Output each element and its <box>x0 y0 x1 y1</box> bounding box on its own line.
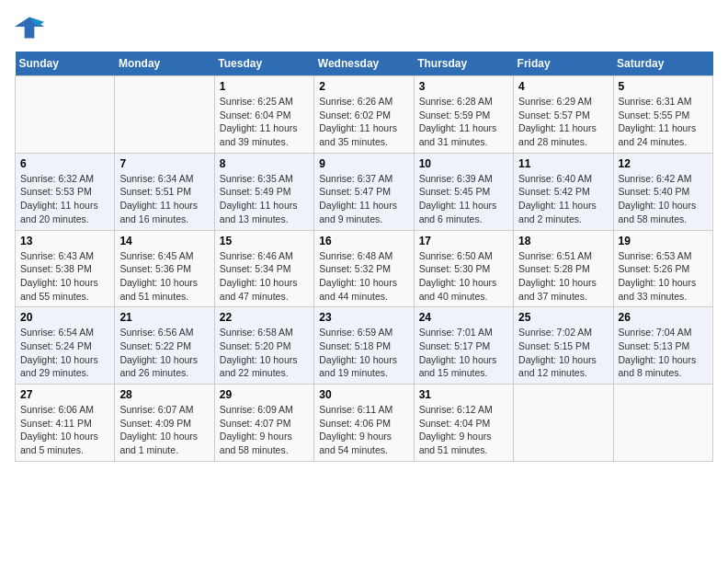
weekday-header-tuesday: Tuesday <box>214 52 313 76</box>
calendar-cell: 8Sunrise: 6:35 AM Sunset: 5:49 PM Daylig… <box>214 153 313 230</box>
weekday-header-wednesday: Wednesday <box>314 52 414 76</box>
day-info: Sunrise: 6:42 AM Sunset: 5:40 PM Dayligh… <box>619 172 708 226</box>
calendar-cell: 18Sunrise: 6:51 AM Sunset: 5:28 PM Dayli… <box>514 230 613 307</box>
day-info: Sunrise: 7:01 AM Sunset: 5:17 PM Dayligh… <box>419 326 508 380</box>
day-number: 10 <box>419 157 508 170</box>
calendar-cell: 21Sunrise: 6:56 AM Sunset: 5:22 PM Dayli… <box>115 307 214 385</box>
weekday-header-thursday: Thursday <box>414 52 513 76</box>
calendar-cell: 30Sunrise: 6:11 AM Sunset: 4:06 PM Dayli… <box>314 385 414 462</box>
calendar-week-2: 6Sunrise: 6:32 AM Sunset: 5:53 PM Daylig… <box>16 153 713 230</box>
day-info: Sunrise: 6:26 AM Sunset: 6:02 PM Dayligh… <box>319 95 408 149</box>
calendar-cell: 28Sunrise: 6:07 AM Sunset: 4:09 PM Dayli… <box>115 385 214 462</box>
day-info: Sunrise: 7:02 AM Sunset: 5:15 PM Dayligh… <box>518 326 608 380</box>
weekday-header-monday: Monday <box>115 52 214 76</box>
logo-icon <box>15 15 44 40</box>
svg-marker-0 <box>15 17 44 38</box>
calendar-cell: 17Sunrise: 6:50 AM Sunset: 5:30 PM Dayli… <box>414 230 513 307</box>
day-info: Sunrise: 6:50 AM Sunset: 5:30 PM Dayligh… <box>419 249 508 304</box>
calendar-cell: 20Sunrise: 6:54 AM Sunset: 5:24 PM Dayli… <box>16 307 115 385</box>
day-number: 7 <box>119 157 209 170</box>
calendar-cell: 16Sunrise: 6:48 AM Sunset: 5:32 PM Dayli… <box>314 230 414 307</box>
calendar-cell: 29Sunrise: 6:09 AM Sunset: 4:07 PM Dayli… <box>214 385 313 462</box>
weekday-header-friday: Friday <box>514 52 613 76</box>
calendar-cell: 13Sunrise: 6:43 AM Sunset: 5:38 PM Dayli… <box>16 230 115 307</box>
day-info: Sunrise: 6:31 AM Sunset: 5:55 PM Dayligh… <box>619 95 708 149</box>
day-info: Sunrise: 6:09 AM Sunset: 4:07 PM Dayligh… <box>220 403 309 457</box>
calendar-cell <box>16 76 115 154</box>
day-number: 17 <box>419 235 508 247</box>
calendar-cell: 26Sunrise: 7:04 AM Sunset: 5:13 PM Dayli… <box>613 307 712 385</box>
day-number: 5 <box>619 80 708 93</box>
day-info: Sunrise: 6:46 AM Sunset: 5:34 PM Dayligh… <box>220 249 309 304</box>
calendar-cell: 19Sunrise: 6:53 AM Sunset: 5:26 PM Dayli… <box>613 230 712 307</box>
day-info: Sunrise: 6:54 AM Sunset: 5:24 PM Dayligh… <box>20 326 109 380</box>
day-info: Sunrise: 6:06 AM Sunset: 4:11 PM Dayligh… <box>20 403 109 457</box>
calendar-cell <box>613 385 712 462</box>
day-info: Sunrise: 6:28 AM Sunset: 5:59 PM Dayligh… <box>419 95 508 149</box>
calendar-cell: 6Sunrise: 6:32 AM Sunset: 5:53 PM Daylig… <box>16 153 115 230</box>
calendar-cell: 27Sunrise: 6:06 AM Sunset: 4:11 PM Dayli… <box>16 385 115 462</box>
calendar-cell: 11Sunrise: 6:40 AM Sunset: 5:42 PM Dayli… <box>514 153 613 230</box>
calendar-week-4: 20Sunrise: 6:54 AM Sunset: 5:24 PM Dayli… <box>16 307 713 385</box>
day-number: 25 <box>518 311 608 324</box>
day-info: Sunrise: 6:48 AM Sunset: 5:32 PM Dayligh… <box>319 249 408 304</box>
calendar-cell: 9Sunrise: 6:37 AM Sunset: 5:47 PM Daylig… <box>314 153 414 230</box>
day-number: 13 <box>20 235 109 247</box>
day-number: 30 <box>319 388 408 401</box>
calendar-cell: 10Sunrise: 6:39 AM Sunset: 5:45 PM Dayli… <box>414 153 513 230</box>
day-number: 19 <box>619 235 708 247</box>
calendar-table: SundayMondayTuesdayWednesdayThursdayFrid… <box>15 52 713 462</box>
day-number: 26 <box>619 311 708 324</box>
day-info: Sunrise: 6:53 AM Sunset: 5:26 PM Dayligh… <box>619 249 708 304</box>
day-info: Sunrise: 6:39 AM Sunset: 5:45 PM Dayligh… <box>419 172 508 226</box>
day-number: 22 <box>220 311 309 324</box>
weekday-header-sunday: Sunday <box>16 52 115 76</box>
day-info: Sunrise: 6:25 AM Sunset: 6:04 PM Dayligh… <box>220 95 309 149</box>
day-info: Sunrise: 6:12 AM Sunset: 4:04 PM Dayligh… <box>419 403 508 457</box>
day-info: Sunrise: 6:58 AM Sunset: 5:20 PM Dayligh… <box>220 326 309 380</box>
day-info: Sunrise: 6:56 AM Sunset: 5:22 PM Dayligh… <box>119 326 209 380</box>
calendar-cell: 25Sunrise: 7:02 AM Sunset: 5:15 PM Dayli… <box>514 307 613 385</box>
day-number: 31 <box>419 388 508 401</box>
calendar-cell: 3Sunrise: 6:28 AM Sunset: 5:59 PM Daylig… <box>414 76 513 154</box>
calendar-cell <box>115 76 214 154</box>
day-info: Sunrise: 6:45 AM Sunset: 5:36 PM Dayligh… <box>119 249 209 304</box>
day-info: Sunrise: 6:59 AM Sunset: 5:18 PM Dayligh… <box>319 326 408 380</box>
day-number: 6 <box>20 157 109 170</box>
day-number: 11 <box>518 157 608 170</box>
day-info: Sunrise: 6:29 AM Sunset: 5:57 PM Dayligh… <box>518 95 608 149</box>
calendar-cell: 5Sunrise: 6:31 AM Sunset: 5:55 PM Daylig… <box>613 76 712 154</box>
calendar-cell: 7Sunrise: 6:34 AM Sunset: 5:51 PM Daylig… <box>115 153 214 230</box>
day-number: 4 <box>518 80 608 93</box>
day-info: Sunrise: 6:11 AM Sunset: 4:06 PM Dayligh… <box>319 403 408 457</box>
day-number: 2 <box>319 80 408 93</box>
day-number: 16 <box>319 235 408 247</box>
calendar-week-3: 13Sunrise: 6:43 AM Sunset: 5:38 PM Dayli… <box>16 230 713 307</box>
calendar-cell: 12Sunrise: 6:42 AM Sunset: 5:40 PM Dayli… <box>613 153 712 230</box>
day-number: 24 <box>419 311 508 324</box>
page-header <box>15 15 713 40</box>
calendar-cell: 23Sunrise: 6:59 AM Sunset: 5:18 PM Dayli… <box>314 307 414 385</box>
day-info: Sunrise: 6:32 AM Sunset: 5:53 PM Dayligh… <box>20 172 109 226</box>
calendar-cell: 24Sunrise: 7:01 AM Sunset: 5:17 PM Dayli… <box>414 307 513 385</box>
day-number: 15 <box>220 235 309 247</box>
calendar-cell <box>514 385 613 462</box>
day-number: 29 <box>220 388 309 401</box>
day-number: 23 <box>319 311 408 324</box>
weekday-header-saturday: Saturday <box>613 52 712 76</box>
logo <box>15 15 48 40</box>
day-number: 14 <box>119 235 209 247</box>
day-number: 21 <box>119 311 209 324</box>
calendar-cell: 2Sunrise: 6:26 AM Sunset: 6:02 PM Daylig… <box>314 76 414 154</box>
day-number: 3 <box>419 80 508 93</box>
calendar-cell: 22Sunrise: 6:58 AM Sunset: 5:20 PM Dayli… <box>214 307 313 385</box>
calendar-body: 1Sunrise: 6:25 AM Sunset: 6:04 PM Daylig… <box>16 76 713 462</box>
day-info: Sunrise: 6:51 AM Sunset: 5:28 PM Dayligh… <box>518 249 608 304</box>
day-number: 18 <box>518 235 608 247</box>
calendar-cell: 31Sunrise: 6:12 AM Sunset: 4:04 PM Dayli… <box>414 385 513 462</box>
day-number: 9 <box>319 157 408 170</box>
calendar-cell: 15Sunrise: 6:46 AM Sunset: 5:34 PM Dayli… <box>214 230 313 307</box>
day-number: 20 <box>20 311 109 324</box>
day-info: Sunrise: 6:35 AM Sunset: 5:49 PM Dayligh… <box>220 172 309 226</box>
day-number: 8 <box>220 157 309 170</box>
